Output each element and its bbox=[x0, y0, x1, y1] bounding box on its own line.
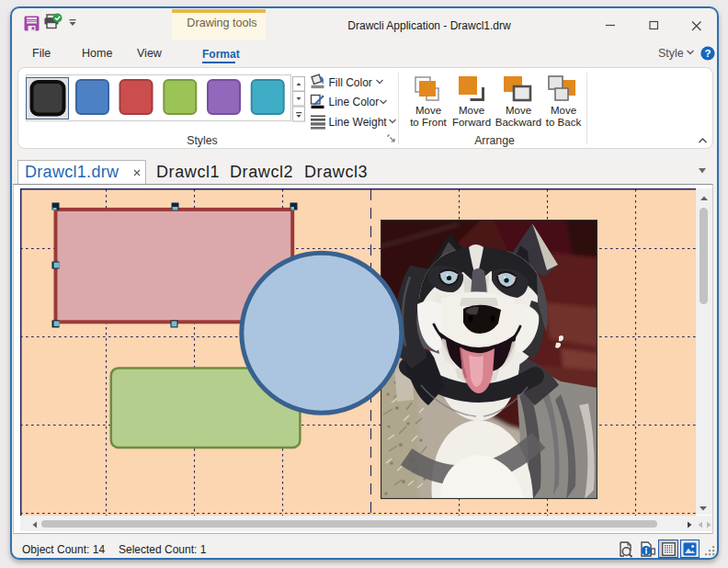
svg-text:?: ? bbox=[704, 48, 711, 59]
